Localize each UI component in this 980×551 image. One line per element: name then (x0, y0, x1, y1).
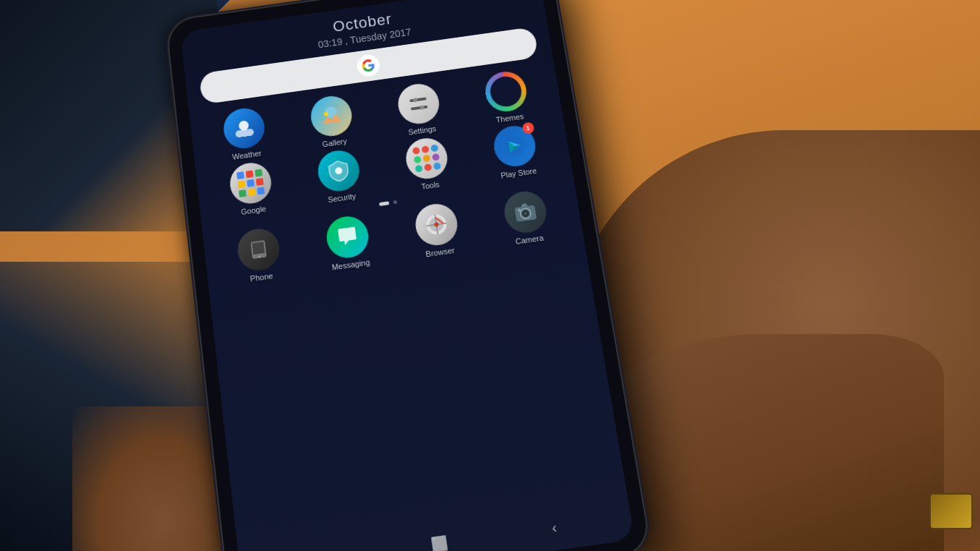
messaging-label: Messaging (331, 257, 370, 271)
svg-rect-11 (252, 242, 265, 255)
phone-icon (235, 226, 281, 273)
google-logo (356, 54, 381, 78)
browser-icon (412, 202, 459, 248)
app-phone[interactable]: Phone (214, 223, 304, 288)
google-label: Google (240, 205, 266, 216)
svg-point-7 (419, 105, 425, 109)
app-browser[interactable]: Browser (391, 198, 482, 262)
home-button[interactable]: ⬜ (430, 534, 449, 551)
page-dot-2 (393, 200, 397, 205)
svg-rect-5 (410, 106, 427, 111)
page-dot-1 (379, 201, 389, 206)
themes-icon (482, 69, 529, 114)
app-google[interactable]: Google (207, 158, 295, 221)
google-icon (228, 161, 273, 206)
messaging-icon (324, 214, 371, 261)
back-button[interactable]: ‹ (550, 519, 558, 536)
app-tools[interactable]: Tools (383, 133, 472, 196)
app-security[interactable]: Security (294, 145, 383, 208)
phone-screen: October 03:19 , Tuesday 2017 (180, 0, 635, 551)
phone-label: Phone (250, 271, 273, 283)
svg-point-6 (412, 98, 417, 102)
settings-icon (395, 82, 441, 127)
bottom-navigation: ☰ ⬜ ‹ (239, 503, 634, 551)
tools-label: Tools (421, 180, 440, 191)
playstore-icon: 1 (491, 124, 538, 169)
security-label: Security (328, 192, 357, 204)
security-icon (315, 148, 362, 194)
browser-label: Browser (425, 246, 456, 258)
camera-label: Camera (515, 234, 545, 246)
app-messaging[interactable]: Messaging (303, 211, 393, 275)
playstore-badge: 1 (521, 121, 534, 134)
playstore-label: Play Store (500, 166, 537, 179)
svg-rect-4 (409, 97, 427, 102)
gallery-icon (308, 94, 354, 139)
app-playstore[interactable]: 1 Play Store (470, 121, 561, 184)
watch (929, 493, 973, 529)
weather-icon (221, 106, 267, 150)
app-camera[interactable]: Camera (480, 186, 572, 249)
camera-icon (501, 189, 549, 235)
tools-icon (403, 136, 450, 181)
svg-rect-1 (235, 129, 254, 138)
